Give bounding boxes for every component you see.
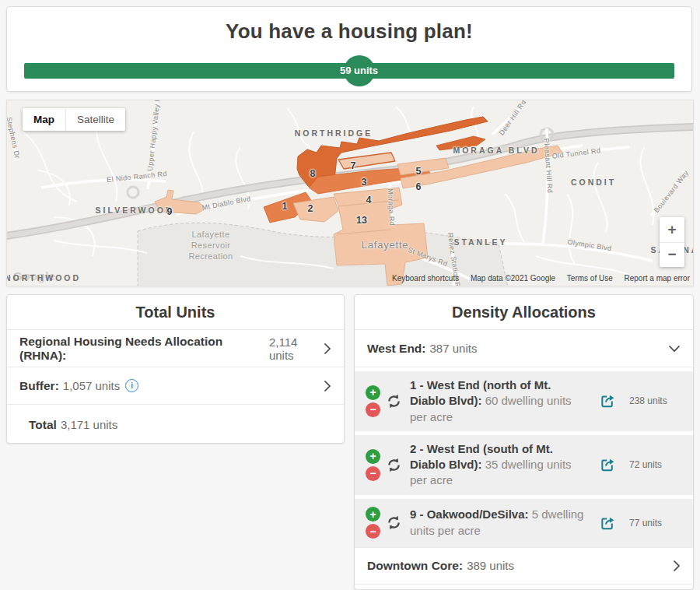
rhna-label: Regional Housing Needs Allocation (RHNA)…	[19, 335, 265, 363]
buffer-row[interactable]: Buffer: 1,057 units i	[7, 367, 344, 405]
goto-zone-icon[interactable]	[600, 457, 615, 472]
region-number-4[interactable]: 4	[366, 195, 372, 205]
progress-units-label: 59 units	[340, 63, 378, 79]
allocation-row-3: + − 9 - Oakwood/DeSilva: 5 dwelling unit…	[355, 499, 693, 547]
allocation-text: 9 - Oakwood/DeSilva: 5 dwelling units pe…	[410, 507, 595, 539]
allocation-units: 72 units	[629, 459, 662, 470]
reset-icon[interactable]	[386, 514, 402, 531]
map-zoom-control: + −	[660, 217, 684, 267]
west-end-value: 387 units	[430, 342, 478, 355]
progress-bar: 59 units	[24, 63, 674, 79]
total-units-panel: Total Units Regional Housing Needs Alloc…	[6, 294, 345, 444]
chevron-right-icon[interactable]	[673, 560, 681, 572]
zone-dark-sliver[interactable]	[436, 136, 485, 150]
downtown-core-value: 389 units	[467, 559, 514, 572]
allocation-row-1: + − 1 - West End (north of Mt. Diablo Bl…	[355, 371, 693, 431]
density-title: Density Allocations	[355, 295, 693, 330]
allocation-units: 77 units	[629, 518, 662, 529]
chevron-right-icon[interactable]	[324, 380, 331, 392]
allocation-controls: + −	[366, 507, 402, 539]
increase-density-button[interactable]: +	[366, 507, 380, 522]
total-label: Total	[29, 418, 57, 432]
region-number-9[interactable]: 9	[167, 206, 173, 217]
allocation-controls: + −	[366, 385, 402, 417]
goto-zone-icon[interactable]	[600, 515, 615, 531]
allocation-row-2: + − 2 - West End (south of Mt. Diablo Bl…	[355, 435, 693, 495]
housing-plan-banner: You have a housing plan! 59 units	[6, 6, 692, 92]
google-logo: Google	[13, 269, 56, 283]
terms-of-use-link[interactable]: Terms of Use	[567, 274, 613, 283]
zoom-in-button[interactable]: +	[660, 217, 684, 243]
west-end-label: West End:	[367, 342, 426, 356]
zoom-out-button[interactable]: −	[660, 243, 684, 268]
map-canvas[interactable]: NORTHRIDGE MORAGA BLVD CONDIT SILVERWOOD…	[6, 100, 694, 286]
satellite-view-button[interactable]: Satellite	[65, 108, 125, 131]
goto-zone-icon[interactable]	[600, 393, 615, 409]
map-view-button[interactable]: Map	[23, 108, 65, 131]
reset-icon[interactable]	[386, 457, 402, 473]
reset-icon[interactable]	[386, 393, 402, 409]
decrease-density-button[interactable]: −	[366, 524, 380, 539]
rhna-value: 2,114 units	[269, 335, 324, 362]
group-row-west-end[interactable]: West End: 387 units	[355, 330, 693, 367]
group-row-downtown-core[interactable]: Downtown Core: 389 units	[355, 547, 693, 585]
total-units-title: Total Units	[7, 295, 344, 330]
buffer-label: Buffer:	[19, 379, 59, 393]
total-value: 3,171 units	[61, 418, 117, 431]
total-row: Total 3,171 units	[7, 405, 344, 444]
region-number-1[interactable]: 1	[282, 201, 288, 212]
decrease-density-button[interactable]: −	[366, 402, 380, 417]
allocation-controls: + −	[366, 449, 402, 481]
chevron-right-icon[interactable]	[324, 342, 331, 355]
map-type-control: Map Satellite	[23, 108, 125, 131]
map-attribution: Keyboard shortcuts Map data ©2021 Google…	[383, 274, 690, 283]
rhna-row[interactable]: Regional Housing Needs Allocation (RHNA)…	[7, 330, 344, 367]
zone-7[interactable]	[338, 153, 395, 169]
increase-density-button[interactable]: +	[366, 449, 380, 464]
region-number-3[interactable]: 3	[362, 177, 367, 188]
region-number-5[interactable]: 5	[416, 166, 422, 177]
decrease-density-button[interactable]: −	[366, 466, 380, 481]
interchange-loop-west	[128, 187, 138, 198]
chevron-down-icon[interactable]	[668, 345, 681, 353]
group-row-east-end[interactable]: East End: 439 units	[355, 585, 693, 590]
keyboard-shortcuts-link[interactable]: Keyboard shortcuts	[392, 274, 459, 283]
region-number-7[interactable]: 7	[351, 160, 356, 171]
downtown-core-label: Downtown Core:	[367, 559, 463, 573]
increase-density-button[interactable]: +	[366, 385, 380, 400]
allocation-label: 9 - Oakwood/DeSilva:	[410, 507, 529, 521]
info-icon[interactable]: i	[125, 379, 138, 392]
density-allocations-panel: Density Allocations West End: 387 units …	[354, 294, 694, 590]
report-map-error-link[interactable]: Report a map error	[625, 274, 690, 283]
allocation-units: 238 units	[629, 395, 667, 406]
region-number-8[interactable]: 8	[310, 168, 316, 179]
buffer-value: 1,057 units	[63, 379, 120, 392]
region-number-13[interactable]: 13	[356, 215, 367, 226]
allocation-text: 2 - West End (south of Mt. Diablo Blvd):…	[410, 441, 595, 489]
region-number-2[interactable]: 2	[308, 203, 313, 214]
map-data-credit: Map data ©2021 Google	[471, 274, 555, 283]
region-number-6[interactable]: 6	[416, 181, 422, 192]
banner-title: You have a housing plan!	[7, 19, 691, 44]
allocation-text: 1 - West End (north of Mt. Diablo Blvd):…	[410, 378, 595, 425]
